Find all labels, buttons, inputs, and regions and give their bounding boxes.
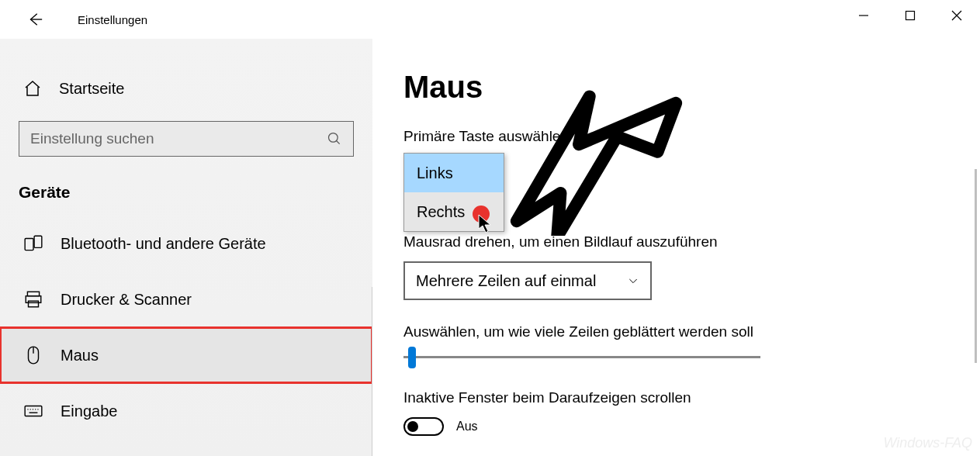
primary-button-label: Primäre Taste auswählen bbox=[403, 128, 980, 145]
sidebar-item-label: Drucker & Scanner bbox=[61, 291, 192, 309]
sidebar-item-label: Bluetooth- und andere Geräte bbox=[61, 235, 266, 253]
toggle-knob bbox=[407, 421, 418, 432]
inactive-windows-label: Inaktive Fenster beim Daraufzeigen scrol… bbox=[403, 389, 980, 406]
search-placeholder: Einstellung suchen bbox=[30, 130, 154, 147]
sidebar-item-label: Eingabe bbox=[61, 402, 117, 420]
svg-point-4 bbox=[329, 133, 338, 143]
sidebar: Startseite Einstellung suchen Geräte Blu… bbox=[0, 39, 372, 456]
home-icon bbox=[23, 79, 42, 98]
printer-icon bbox=[23, 289, 43, 309]
svg-rect-8 bbox=[27, 292, 39, 295]
devices-icon bbox=[23, 233, 43, 254]
lines-label: Auswählen, um wie viele Zeilen geblätter… bbox=[403, 323, 980, 340]
back-button[interactable] bbox=[23, 8, 47, 31]
sidebar-item-bluetooth[interactable]: Bluetooth- und andere Geräte bbox=[0, 216, 372, 271]
svg-rect-1 bbox=[906, 12, 915, 20]
page-title: Maus bbox=[403, 70, 980, 105]
search-input[interactable]: Einstellung suchen bbox=[19, 121, 354, 157]
sidebar-item-printers[interactable]: Drucker & Scanner bbox=[0, 271, 372, 327]
svg-rect-7 bbox=[34, 236, 42, 247]
window-close-button[interactable] bbox=[933, 0, 980, 31]
scrollbar[interactable] bbox=[975, 169, 977, 363]
lines-slider[interactable] bbox=[403, 356, 760, 358]
toggle-state-label: Aus bbox=[456, 420, 478, 434]
svg-rect-13 bbox=[25, 406, 42, 416]
watermark: Windows-FAQ bbox=[883, 435, 972, 451]
svg-rect-10 bbox=[29, 301, 39, 307]
cursor-icon bbox=[478, 214, 493, 237]
svg-line-5 bbox=[337, 141, 340, 144]
keyboard-icon bbox=[23, 401, 43, 421]
app-title: Einstellungen bbox=[78, 13, 147, 26]
sidebar-home-label: Startseite bbox=[59, 80, 124, 98]
search-icon bbox=[327, 131, 342, 147]
sidebar-home[interactable]: Startseite bbox=[0, 70, 372, 107]
annotation-arrow-icon bbox=[503, 81, 689, 239]
window-maximize-button[interactable] bbox=[887, 0, 933, 31]
mouse-icon bbox=[23, 345, 43, 365]
sidebar-item-label: Maus bbox=[61, 347, 99, 364]
scroll-combo-value: Mehrere Zeilen auf einmal bbox=[416, 272, 596, 290]
chevron-down-icon bbox=[627, 275, 639, 287]
sidebar-category: Geräte bbox=[0, 157, 372, 216]
sidebar-item-mouse[interactable]: Maus bbox=[0, 327, 372, 383]
scroll-wheel-combo[interactable]: Mehrere Zeilen auf einmal bbox=[403, 261, 652, 300]
slider-thumb[interactable] bbox=[408, 347, 416, 368]
sidebar-item-typing[interactable]: Eingabe bbox=[0, 383, 372, 439]
dropdown-option-links[interactable]: Links bbox=[404, 154, 504, 192]
svg-rect-6 bbox=[25, 239, 33, 250]
inactive-windows-toggle[interactable] bbox=[403, 417, 444, 436]
window-minimize-button[interactable] bbox=[840, 0, 887, 31]
